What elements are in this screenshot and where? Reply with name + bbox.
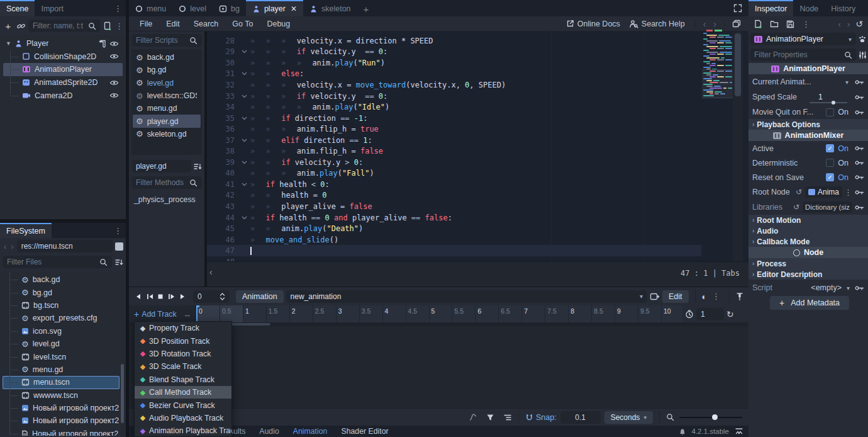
search-help-button[interactable]: Search Help	[642, 20, 685, 28]
inspector-back-icon[interactable]: ‹	[835, 20, 844, 29]
code-line-38[interactable]: 38»»»anim.flip_h = false	[207, 145, 701, 157]
code-line-37[interactable]: 37»»elif direction == 1:	[207, 135, 701, 146]
notifications-bell-icon[interactable]	[679, 428, 686, 436]
checkbox-unchecked[interactable]	[826, 159, 834, 167]
code-line-40[interactable]: 40»»»anim.play("Fall")	[207, 168, 701, 179]
prop-reset-on-save[interactable]: Reset on Save ✓ On	[748, 170, 868, 184]
animation-length-field[interactable]: 1	[696, 308, 724, 321]
code-line-36[interactable]: 36»»»anim.flip_h = true	[207, 123, 701, 135]
scene-tree-menu-icon[interactable]: ⋮	[115, 21, 123, 31]
key-icon[interactable]	[855, 160, 864, 166]
zoom-slider-handle[interactable]	[712, 414, 718, 420]
file-item-Новый игровой проект2.p...[interactable]: Новый игровой проект2.p...	[3, 428, 120, 436]
code-line-44[interactable]: 44»if health == 0 and player_alive == fa…	[207, 212, 701, 224]
bottom-tab-shader-editor[interactable]: Shader Editor	[341, 427, 388, 436]
track-menu-item-animation-playback-track[interactable]: ◆Animation Playback Track	[135, 424, 231, 437]
inspector-menu-icon[interactable]: ⋮	[862, 4, 868, 13]
code-line-39[interactable]: 39»»if velocity.y > 0:	[207, 157, 701, 168]
inspector-settings-icon[interactable]	[859, 51, 867, 59]
key-icon[interactable]	[855, 205, 864, 210]
pan-timeline-icon[interactable]: ↔	[184, 310, 191, 319]
menu-search[interactable]: Search	[187, 20, 226, 28]
bezier-view-icon[interactable]	[469, 413, 477, 421]
prop-libraries[interactable]: Libraries ↺ Dictionary (siz	[748, 200, 868, 215]
file-item-icon.svg[interactable]: icon.svg	[3, 325, 120, 338]
autoplay-toggle-icon[interactable]	[650, 292, 660, 301]
new-scene-tab-button[interactable]: +	[357, 0, 376, 16]
add-node-button[interactable]: +	[3, 21, 14, 31]
script-history-back-icon[interactable]: ‹	[699, 19, 710, 29]
scene-tab-player[interactable]: player✕	[246, 0, 303, 16]
category-editor-description[interactable]: ›Editor Description	[748, 269, 868, 280]
fs-path-breadcrumb[interactable]: res://menu.tscn	[17, 240, 113, 253]
code-line-34[interactable]: 34»»»»anim.play("Idle")	[207, 101, 701, 113]
code-editor[interactable]: 28»»»velocity.x = direction * SPEED29»»»…	[207, 31, 748, 287]
tab-inspector[interactable]: Inspector	[748, 0, 793, 16]
onion-options-icon[interactable]: ⋮	[709, 292, 723, 301]
animation-name-dropdown[interactable]: new_animation ▾	[286, 290, 647, 303]
script-item-menu.gd[interactable]: ⚙menu.gd	[133, 102, 201, 115]
filter-methods-input[interactable]: Filter Methods	[131, 176, 202, 189]
category-process[interactable]: ›Process	[748, 258, 868, 269]
scene-tab-skeleton[interactable]: skeleton	[303, 0, 357, 16]
track-menu-item-3d-position-track[interactable]: ◆3D Position Track	[135, 334, 231, 347]
file-item-menu.tscn[interactable]: menu.tscn	[3, 376, 120, 389]
chevron-down-icon[interactable]: ▾	[847, 285, 850, 292]
scene-tree-item-animationplayer[interactable]: AnimationPlayer	[3, 63, 123, 76]
prop-current-animation[interactable]: Current Animat... ▾	[748, 74, 868, 89]
add-metadata-button[interactable]: + Add Metadata	[770, 296, 849, 310]
category-audio[interactable]: ›Audio	[748, 225, 868, 236]
tab-history[interactable]: History	[825, 0, 862, 16]
method-item[interactable]: _physics_process	[129, 189, 204, 210]
code-line-33[interactable]: 33»»»if velocity.y == 0:	[207, 91, 701, 102]
scene-tree-item-animatedsprite2d[interactable]: AnimatedSprite2D	[3, 76, 123, 89]
onion-skinning-icon[interactable]: ◐	[702, 292, 707, 302]
load-resource-icon[interactable]	[770, 20, 779, 28]
snap-icon[interactable]	[525, 413, 533, 421]
fs-back-icon[interactable]: ‹	[3, 242, 8, 251]
prop-movie-quit[interactable]: Movie Quit on F... On	[748, 105, 868, 120]
tab-node[interactable]: Node	[793, 0, 825, 16]
code-line-30[interactable]: 30»»»»anim.play("Run")	[207, 57, 701, 69]
collapse-chevron-icon[interactable]: ▼	[6, 40, 11, 47]
code-minimap[interactable]	[703, 33, 732, 259]
file-item-level.gd[interactable]: ⚙level.gd	[3, 338, 120, 350]
code-line-41[interactable]: 41»if health < 0:	[207, 179, 701, 190]
distraction-free-icon[interactable]	[733, 4, 742, 13]
visibility-eye-icon[interactable]	[109, 40, 119, 47]
script-item-skeleton.gd[interactable]: ⚙skeleton.gd	[133, 128, 201, 140]
fs-scrollbar[interactable]	[121, 364, 124, 423]
file-item-bg.tscn[interactable]: bg.tscn	[3, 299, 120, 312]
code-line-43[interactable]: 43»»player_alive = false	[207, 201, 701, 212]
caret-position-status[interactable]: 47 : 1 | Tabs	[681, 269, 740, 278]
key-icon[interactable]	[855, 285, 864, 291]
key-icon[interactable]	[855, 145, 864, 151]
script-sort-icon[interactable]	[193, 162, 202, 171]
prop-root-node[interactable]: Root Node ↺ Anima ⋮	[748, 184, 868, 200]
category-root-motion[interactable]: ›Root Motion	[748, 215, 868, 225]
key-icon[interactable]	[855, 94, 864, 100]
group-tracks-icon[interactable]	[503, 414, 512, 421]
play-backwards-from-end-icon[interactable]	[145, 293, 154, 300]
key-icon[interactable]	[855, 79, 864, 85]
visibility-eye-icon[interactable]	[109, 79, 119, 86]
prop-speed-scale[interactable]: Speed Scale 1	[748, 89, 868, 105]
track-menu-item-property-track[interactable]: ◆Property Track	[135, 322, 231, 334]
track-menu-item-blend-shape-track[interactable]: ◆Blend Shape Track	[135, 373, 231, 386]
section-node[interactable]: Node	[748, 247, 868, 258]
stop-icon[interactable]	[157, 293, 164, 300]
prop-active[interactable]: Active ✓ On	[748, 141, 868, 156]
play-icon[interactable]	[178, 293, 187, 300]
inspector-forward-icon[interactable]: ›	[844, 20, 853, 29]
filter-tracks-icon[interactable]	[486, 414, 494, 421]
scene-tree-item-collisionshape2d[interactable]: CollisionShape2D	[3, 50, 123, 64]
code-scrollbar[interactable]	[733, 31, 743, 261]
fs-forward-icon[interactable]: ›	[9, 242, 14, 251]
edit-animation-button[interactable]: Edit	[662, 290, 689, 303]
playhead-handle[interactable]	[196, 305, 199, 307]
animation-menu-button[interactable]: Animation	[236, 290, 284, 303]
file-item-bg.gd[interactable]: ⚙bg.gd	[3, 286, 120, 298]
animation-position-spinner[interactable]: 0	[193, 290, 230, 303]
add-track-button[interactable]: Add Track	[142, 310, 176, 319]
menu-debug[interactable]: Debug	[260, 20, 297, 28]
